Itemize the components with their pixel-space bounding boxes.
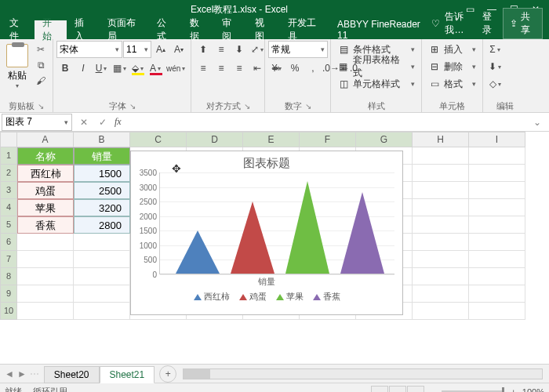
- align-middle-icon[interactable]: ≡: [213, 41, 230, 58]
- col-header[interactable]: A: [17, 132, 74, 147]
- format-table-button[interactable]: ▦套用表格格式▾: [334, 58, 418, 75]
- status-bar: 就绪 循环引用 − + 100%: [0, 383, 549, 392]
- row-header[interactable]: 3: [0, 182, 17, 199]
- col-header[interactable]: H: [413, 132, 469, 147]
- bold-button[interactable]: B: [56, 60, 74, 77]
- ribbon-tabs: 文件 开始 插入 页面布局 公式 数据 审阅 视图 开发工具 ABBYY Fin…: [0, 19, 549, 39]
- chart-plot-area[interactable]: 0500100015002000250030003500: [159, 172, 394, 274]
- delete-cells-icon: ⊟: [428, 60, 441, 73]
- col-header[interactable]: F: [300, 132, 356, 147]
- sheet-nav-next-icon[interactable]: ►: [17, 368, 27, 379]
- zoom-in-icon[interactable]: +: [511, 387, 515, 393]
- insert-cells-icon: ⊞: [428, 43, 441, 56]
- col-header[interactable]: B: [74, 132, 130, 147]
- font-size-combo[interactable]: 11▾: [123, 41, 151, 58]
- tab-data[interactable]: 数据: [182, 20, 215, 39]
- border-button[interactable]: ▦▾: [111, 60, 128, 77]
- name-box[interactable]: 图表 7▾: [2, 114, 72, 131]
- sheet-nav-prev-icon[interactable]: ◄: [5, 368, 14, 379]
- cell-styles-button[interactable]: ◫单元格样式▾: [334, 75, 418, 93]
- fill-icon[interactable]: ⬇▾: [486, 58, 504, 75]
- format-painter-icon[interactable]: 🖌: [33, 74, 49, 88]
- tell-me[interactable]: 告诉我…: [445, 10, 477, 37]
- login-link[interactable]: 登录: [482, 10, 499, 37]
- tab-abbyy[interactable]: ABBYY FineReader 11: [329, 20, 431, 39]
- row-header[interactable]: 1: [0, 147, 17, 165]
- delete-cells-button[interactable]: ⊟删除▾: [425, 58, 479, 75]
- insert-cells-button[interactable]: ⊞插入▾: [425, 41, 479, 58]
- copy-icon[interactable]: ⧉: [33, 58, 49, 72]
- align-left-icon[interactable]: ≡: [195, 60, 212, 77]
- decrease-font-icon[interactable]: A▾: [170, 41, 187, 58]
- indent-decrease-icon[interactable]: ⇤: [249, 60, 266, 77]
- comma-format-icon[interactable]: ,: [304, 60, 322, 77]
- col-header[interactable]: I: [469, 132, 525, 147]
- align-bottom-icon[interactable]: ⬇: [231, 41, 248, 58]
- font-color-button[interactable]: A▾: [147, 60, 164, 77]
- share-button[interactable]: ⇪共享: [503, 8, 543, 39]
- row-header[interactable]: 7: [0, 251, 17, 268]
- row-header[interactable]: 8: [0, 268, 17, 285]
- autosum-icon[interactable]: Σ▾: [486, 41, 504, 58]
- row-header[interactable]: 2: [0, 165, 17, 182]
- align-top-icon[interactable]: ⬆: [195, 41, 212, 58]
- orientation-icon[interactable]: ⤢▾: [249, 41, 266, 58]
- phonetic-button[interactable]: wén▾: [165, 60, 187, 77]
- view-page-break-icon[interactable]: [407, 386, 424, 393]
- tab-view[interactable]: 视图: [247, 20, 280, 39]
- horizontal-scrollbar[interactable]: [183, 368, 543, 379]
- underline-button[interactable]: U▾: [93, 60, 110, 77]
- tab-developer[interactable]: 开发工具: [280, 20, 329, 39]
- paste-button[interactable]: 粘贴 ▾: [3, 41, 31, 100]
- fx-icon[interactable]: fx: [115, 116, 122, 128]
- format-cells-icon: ▭: [428, 78, 441, 90]
- row-header[interactable]: 4: [0, 199, 17, 216]
- row-header[interactable]: 5: [0, 216, 17, 234]
- enter-formula-icon[interactable]: ✓: [96, 117, 110, 128]
- col-header[interactable]: E: [243, 132, 300, 147]
- tab-file[interactable]: 文件: [2, 20, 35, 39]
- percent-format-icon[interactable]: %: [286, 60, 304, 77]
- number-format-combo[interactable]: 常规▾: [268, 41, 328, 58]
- font-name-combo[interactable]: 宋体▾: [56, 41, 122, 58]
- col-header[interactable]: C: [130, 132, 187, 147]
- zoom-out-icon[interactable]: −: [431, 387, 435, 393]
- increase-font-icon[interactable]: A▴: [152, 41, 169, 58]
- tab-formulas[interactable]: 公式: [149, 20, 182, 39]
- clipboard-launcher[interactable]: ↘: [38, 102, 44, 111]
- select-all-corner[interactable]: [0, 132, 17, 147]
- clear-icon[interactable]: ◇▾: [486, 75, 504, 93]
- format-cells-button[interactable]: ▭格式▾: [425, 75, 479, 93]
- row-header[interactable]: 6: [0, 234, 17, 251]
- embedded-chart[interactable]: ✥ 图表标题 0500100015002000250030003500 销量 西…: [130, 151, 403, 315]
- fill-color-button[interactable]: ⬙▾: [129, 60, 146, 77]
- chart-legend[interactable]: 西红柿鸡蛋苹果香蕉: [131, 291, 402, 303]
- share-icon: ⇪: [510, 18, 518, 29]
- col-header[interactable]: G: [356, 132, 413, 147]
- align-launcher[interactable]: ↘: [244, 102, 250, 111]
- row-header[interactable]: 9: [0, 285, 17, 303]
- zoom-level[interactable]: 100%: [522, 387, 544, 393]
- worksheet-grid[interactable]: A B C D E F G H I 1名称销量 2西红柿1500 3鸡蛋2500…: [0, 132, 549, 364]
- expand-formula-icon[interactable]: ⌄: [533, 117, 546, 128]
- number-launcher[interactable]: ↘: [305, 102, 311, 111]
- align-center-icon[interactable]: ≡: [213, 60, 230, 77]
- sheet-tab-active[interactable]: Sheet21: [100, 366, 155, 383]
- accounting-format-icon[interactable]: ¥▾: [268, 60, 285, 77]
- italic-button[interactable]: I: [75, 60, 92, 77]
- sheet-tab[interactable]: Sheet20: [44, 366, 100, 383]
- formula-input[interactable]: [126, 114, 529, 130]
- add-sheet-button[interactable]: +: [159, 365, 176, 383]
- tab-layout[interactable]: 页面布局: [100, 20, 149, 39]
- tab-home[interactable]: 开始: [35, 20, 67, 39]
- view-page-layout-icon[interactable]: [389, 386, 406, 393]
- row-header[interactable]: 10: [0, 303, 17, 320]
- cancel-formula-icon[interactable]: ✕: [77, 117, 91, 128]
- align-right-icon[interactable]: ≡: [231, 60, 248, 77]
- font-launcher[interactable]: ↘: [129, 102, 136, 111]
- tab-insert[interactable]: 插入: [67, 20, 100, 39]
- cut-icon[interactable]: ✂: [33, 42, 49, 56]
- tab-review[interactable]: 审阅: [214, 20, 247, 39]
- col-header[interactable]: D: [187, 132, 243, 147]
- view-normal-icon[interactable]: [371, 386, 388, 393]
